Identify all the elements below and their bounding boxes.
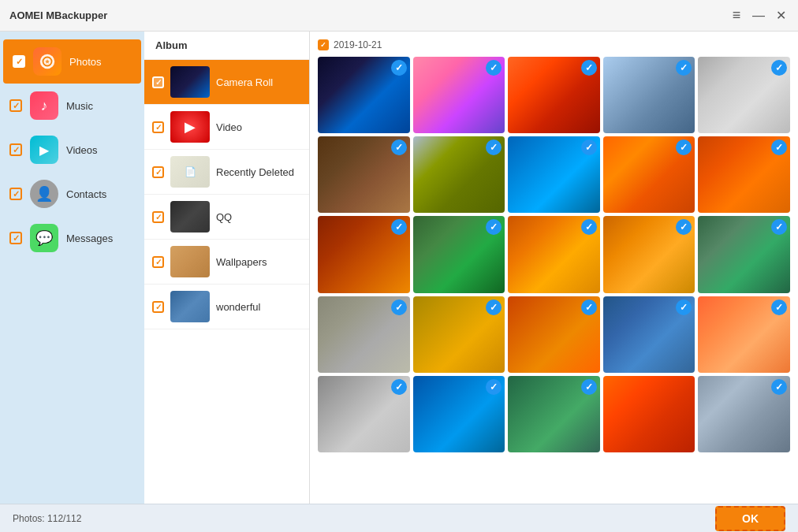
sidebar-label-music: Music bbox=[66, 100, 93, 112]
photo-cell-4[interactable] bbox=[603, 57, 695, 133]
photo-check-19 bbox=[676, 299, 692, 315]
photo-check-17 bbox=[486, 299, 502, 315]
window-controls: ≡ — ✕ bbox=[729, 7, 789, 24]
sidebar-checkbox-music[interactable] bbox=[9, 99, 22, 112]
sidebar-label-videos: Videos bbox=[66, 144, 98, 156]
photo-cell-9[interactable] bbox=[603, 136, 695, 213]
photo-grid bbox=[318, 57, 790, 452]
album-item-label-video: Video bbox=[216, 121, 242, 133]
photo-cell-16[interactable] bbox=[318, 296, 410, 373]
album-item-label-recently-deleted: Recently Deleted bbox=[216, 166, 294, 178]
photo-cell-5[interactable] bbox=[698, 57, 790, 133]
photo-check-21 bbox=[391, 379, 407, 395]
sidebar-label-photos: Photos bbox=[69, 56, 101, 68]
album-checkbox-recently-deleted[interactable] bbox=[152, 166, 164, 178]
status-bar: Photos: 112/112 OK bbox=[0, 504, 798, 532]
album-thumb-video: ▶ bbox=[170, 111, 210, 143]
photo-cell-17[interactable] bbox=[413, 296, 505, 373]
app-title: AOMEI MBackupper bbox=[9, 9, 729, 21]
list-icon[interactable]: ≡ bbox=[729, 7, 744, 24]
photo-cell-24[interactable] bbox=[603, 376, 695, 452]
photo-cell-19[interactable] bbox=[603, 296, 695, 373]
photo-check-16 bbox=[391, 299, 407, 315]
sidebar-checkbox-photos[interactable] bbox=[13, 55, 25, 68]
photo-cell-7[interactable] bbox=[413, 136, 505, 213]
album-thumb-recently-deleted: 📄 bbox=[170, 156, 210, 188]
date-label: 2019-10-21 bbox=[334, 39, 382, 50]
photo-cell-14[interactable] bbox=[603, 216, 695, 292]
photo-cell-23[interactable] bbox=[508, 376, 600, 452]
album-checkbox-video[interactable] bbox=[152, 121, 164, 133]
sidebar-item-contacts[interactable]: 👤 Contacts bbox=[0, 172, 144, 216]
photo-check-5 bbox=[771, 60, 787, 76]
album-checkbox-wonderful[interactable] bbox=[152, 301, 164, 313]
photo-cell-25[interactable] bbox=[698, 376, 790, 452]
album-item-camera-roll[interactable]: Camera Roll bbox=[144, 60, 309, 105]
photo-cell-1[interactable] bbox=[318, 57, 410, 133]
main-container: Photos ♪ Music ▶ Videos 👤 Contacts bbox=[0, 32, 798, 504]
album-checkbox-camera-roll[interactable] bbox=[152, 76, 164, 88]
photo-cell-21[interactable] bbox=[318, 376, 410, 452]
album-item-label-camera-roll: Camera Roll bbox=[216, 76, 273, 88]
photo-cell-22[interactable] bbox=[413, 376, 505, 452]
music-icon: ♪ bbox=[30, 91, 58, 120]
album-item-video[interactable]: ▶ Video bbox=[144, 105, 309, 150]
photo-cell-18[interactable] bbox=[508, 296, 600, 373]
photo-cell-10[interactable] bbox=[698, 136, 790, 213]
album-item-wonderful[interactable]: wonderful bbox=[144, 285, 309, 329]
album-panel: Album Camera Roll ▶ Video 📄 bbox=[144, 32, 310, 504]
sidebar: Photos ♪ Music ▶ Videos 👤 Contacts bbox=[0, 32, 144, 504]
photo-check-23 bbox=[581, 379, 597, 395]
photos-icon bbox=[33, 47, 62, 76]
title-bar: AOMEI MBackupper ≡ — ✕ bbox=[0, 0, 798, 32]
photo-cell-13[interactable] bbox=[508, 216, 600, 292]
photo-cell-6[interactable] bbox=[318, 136, 410, 213]
sidebar-item-messages[interactable]: 💬 Messages bbox=[0, 216, 144, 260]
sidebar-item-music[interactable]: ♪ Music bbox=[0, 84, 144, 128]
sidebar-checkbox-messages[interactable] bbox=[9, 232, 22, 244]
photo-check-1 bbox=[391, 60, 407, 76]
album-item-qq[interactable]: QQ bbox=[144, 195, 309, 240]
photo-check-18 bbox=[581, 299, 597, 315]
sidebar-label-messages: Messages bbox=[66, 233, 113, 244]
photo-cell-15[interactable] bbox=[698, 216, 790, 292]
contacts-icon: 👤 bbox=[30, 180, 58, 208]
album-thumb-qq bbox=[170, 201, 210, 233]
sidebar-checkbox-videos[interactable] bbox=[9, 143, 22, 156]
photo-check-3 bbox=[581, 60, 597, 76]
photo-check-22 bbox=[486, 379, 502, 395]
album-panel-header: Album bbox=[144, 32, 309, 60]
photo-cell-3[interactable] bbox=[508, 57, 600, 133]
photo-check-11 bbox=[391, 219, 407, 235]
videos-icon: ▶ bbox=[30, 136, 58, 164]
sidebar-item-videos[interactable]: ▶ Videos bbox=[0, 128, 144, 172]
album-thumb-wallpapers bbox=[170, 246, 210, 277]
close-button[interactable]: ✕ bbox=[773, 8, 789, 23]
date-checkbox[interactable] bbox=[318, 39, 329, 50]
photo-panel: 2019-10-21 bbox=[310, 32, 798, 504]
photo-cell-12[interactable] bbox=[413, 216, 505, 292]
messages-icon: 💬 bbox=[30, 224, 58, 252]
photo-cell-11[interactable] bbox=[318, 216, 410, 292]
sidebar-label-contacts: Contacts bbox=[66, 188, 106, 200]
minimize-button[interactable]: — bbox=[751, 9, 766, 23]
photo-check-6 bbox=[391, 140, 407, 155]
sidebar-checkbox-contacts[interactable] bbox=[9, 188, 22, 200]
sidebar-item-photos[interactable]: Photos bbox=[3, 39, 141, 84]
status-text: Photos: 112/112 bbox=[13, 513, 81, 524]
photo-cell-2[interactable] bbox=[413, 57, 505, 133]
album-item-recently-deleted[interactable]: 📄 Recently Deleted bbox=[144, 150, 309, 195]
ok-button[interactable]: OK bbox=[715, 506, 785, 531]
photo-cell-8[interactable] bbox=[508, 136, 600, 213]
album-checkbox-qq[interactable] bbox=[152, 211, 164, 223]
album-item-wallpapers[interactable]: Wallpapers bbox=[144, 240, 309, 285]
album-item-label-wonderful: wonderful bbox=[216, 301, 260, 313]
album-thumb-camera-roll bbox=[170, 66, 210, 98]
album-thumb-wonderful bbox=[170, 291, 210, 322]
album-item-label-qq: QQ bbox=[216, 211, 232, 223]
album-checkbox-wallpapers[interactable] bbox=[152, 256, 164, 268]
photo-check-25 bbox=[771, 379, 787, 395]
date-header: 2019-10-21 bbox=[318, 39, 790, 50]
photo-check-20 bbox=[771, 299, 787, 315]
photo-cell-20[interactable] bbox=[698, 296, 790, 373]
